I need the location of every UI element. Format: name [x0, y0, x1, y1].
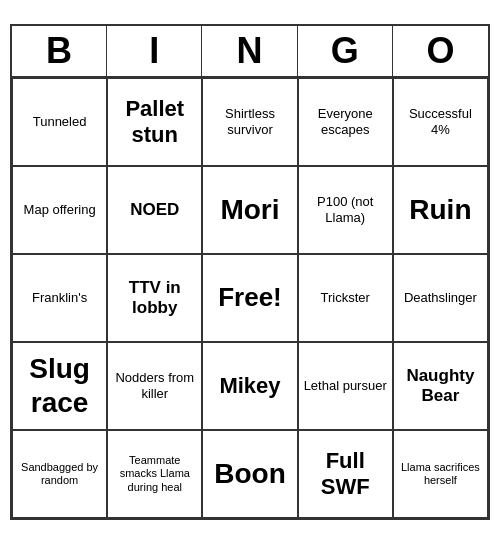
bingo-cell-17: Mikey — [202, 342, 297, 430]
bingo-cell-1: Pallet stun — [107, 78, 202, 166]
bingo-cell-6: NOED — [107, 166, 202, 254]
header-o: O — [393, 26, 488, 76]
bingo-cell-12: Free! — [202, 254, 297, 342]
bingo-cell-18: Lethal pursuer — [298, 342, 393, 430]
bingo-grid: TunneledPallet stunShirtless survivorEve… — [12, 78, 488, 518]
bingo-cell-4: Successful 4% — [393, 78, 488, 166]
bingo-cell-7: Mori — [202, 166, 297, 254]
bingo-cell-16: Nodders from killer — [107, 342, 202, 430]
bingo-cell-8: P100 (not Llama) — [298, 166, 393, 254]
bingo-cell-5: Map offering — [12, 166, 107, 254]
header-n: N — [202, 26, 297, 76]
bingo-cell-10: Franklin's — [12, 254, 107, 342]
header-g: G — [298, 26, 393, 76]
bingo-cell-23: Full SWF — [298, 430, 393, 518]
bingo-cell-0: Tunneled — [12, 78, 107, 166]
bingo-cell-19: Naughty Bear — [393, 342, 488, 430]
bingo-cell-2: Shirtless survivor — [202, 78, 297, 166]
bingo-cell-3: Everyone escapes — [298, 78, 393, 166]
bingo-header: B I N G O — [12, 26, 488, 78]
bingo-cell-9: Ruin — [393, 166, 488, 254]
header-i: I — [107, 26, 202, 76]
bingo-cell-14: Deathslinger — [393, 254, 488, 342]
bingo-cell-24: Llama sacrifices herself — [393, 430, 488, 518]
bingo-card: B I N G O TunneledPallet stunShirtless s… — [10, 24, 490, 520]
bingo-cell-15: Slug race — [12, 342, 107, 430]
bingo-cell-13: Trickster — [298, 254, 393, 342]
bingo-cell-21: Teammate smacks Llama during heal — [107, 430, 202, 518]
header-b: B — [12, 26, 107, 76]
bingo-cell-20: Sandbagged by random — [12, 430, 107, 518]
bingo-cell-22: Boon — [202, 430, 297, 518]
bingo-cell-11: TTV in lobby — [107, 254, 202, 342]
